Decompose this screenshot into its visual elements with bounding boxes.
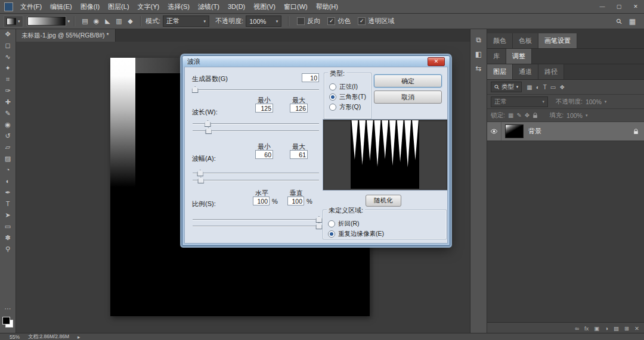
eraser-tool[interactable]: ▱ (0, 142, 16, 153)
color-swatches[interactable] (2, 317, 13, 327)
tab-adjustments[interactable]: 调整 (506, 49, 532, 64)
dock-panel-c-icon[interactable]: ⇆ (475, 64, 481, 73)
tab-paths[interactable]: 路径 (538, 64, 564, 79)
eyedropper-tool[interactable]: ✑ (0, 85, 16, 96)
lock-transparent-icon[interactable]: ▦ (508, 112, 513, 118)
menu-item-2[interactable]: 图像(I) (76, 0, 104, 13)
search-icon[interactable]: ⚲ (614, 16, 624, 26)
gradient-editor[interactable] (27, 17, 66, 26)
layer-filter-select[interactable]: ⚲ 类型 ▾ (491, 82, 522, 92)
filter-type-icon[interactable]: T (543, 84, 547, 91)
dialog-close-button[interactable]: ✕ (428, 57, 445, 66)
linear-gradient-icon[interactable]: ▤ (80, 17, 90, 25)
scale-horizontal-input[interactable] (253, 196, 270, 205)
blend-mode-select[interactable]: 正常 ▾ (163, 15, 209, 27)
checkbox-reverse[interactable]: 反向 (297, 17, 320, 26)
menu-item-9[interactable]: 窗口(W) (280, 0, 312, 13)
cancel-button[interactable]: 取消 (374, 91, 442, 104)
reflected-gradient-icon[interactable]: ▥ (114, 17, 124, 25)
diamond-gradient-icon[interactable]: ◆ (125, 17, 135, 25)
menu-item-1[interactable]: 编辑(E) (46, 0, 76, 13)
radial-gradient-icon[interactable]: ◉ (91, 17, 101, 25)
blur-tool[interactable]: ◔ (0, 164, 16, 176)
adjustment-layer-icon[interactable]: ◑ (605, 325, 608, 332)
menu-item-3[interactable]: 图层(L) (104, 0, 133, 13)
dialog-title-bar[interactable]: 波浪 ✕ (182, 56, 450, 67)
wavelength-max-slider[interactable] (193, 127, 319, 134)
wave-type-sine-radio[interactable] (329, 83, 336, 91)
undefined-area-wrap-around-radio[interactable] (328, 220, 335, 227)
close-button[interactable]: ✕ (627, 0, 644, 13)
lock-position-icon[interactable]: ✥ (525, 112, 530, 118)
menu-item-7[interactable]: 3D(D) (224, 0, 249, 13)
healing-brush-tool[interactable]: ✚ (0, 96, 16, 108)
wave-type-sine[interactable]: 正弦(I) (329, 83, 371, 91)
wave-type-square-radio[interactable] (329, 104, 336, 111)
checkbox-dither[interactable]: ✓仿色 (327, 17, 351, 26)
layer-effects-icon[interactable]: fx (584, 325, 589, 332)
tab-brush-settings[interactable]: 画笔设置 (538, 33, 577, 48)
fill-value[interactable]: 100% (566, 112, 583, 119)
menu-item-10[interactable]: 帮助(H) (312, 0, 342, 13)
lock-paint-icon[interactable]: ✎ (516, 112, 521, 118)
amplitude-max-input[interactable] (290, 150, 308, 159)
layer-visibility-toggle[interactable] (487, 122, 501, 141)
dodge-tool[interactable]: ◐ (0, 176, 16, 187)
filter-smart-icon[interactable]: ❖ (559, 84, 565, 91)
delete-layer-icon[interactable]: ✕ (634, 325, 639, 332)
amplitude-max-slider[interactable] (193, 177, 319, 183)
link-layers-icon[interactable]: ∞ (575, 325, 579, 332)
filter-shape-icon[interactable]: ▭ (550, 84, 556, 91)
scale-vertical-input[interactable] (287, 196, 304, 205)
dock-panel-a-icon[interactable]: ⧉ (476, 36, 481, 44)
menu-item-5[interactable]: 选择(S) (163, 0, 194, 13)
caret-down-icon[interactable]: ▾ (68, 19, 70, 24)
undefined-area-repeat-edge-pixels-radio[interactable] (328, 230, 335, 238)
tab-swatches[interactable]: 色板 (513, 33, 538, 48)
status-expand-icon[interactable]: ▸ (78, 334, 80, 340)
zoom-tool[interactable]: ⚲ (0, 244, 16, 255)
menu-item-4[interactable]: 文字(Y) (134, 0, 164, 13)
generators-input[interactable] (302, 73, 319, 82)
reverse-checkbox-box[interactable] (297, 17, 305, 25)
layer-opacity-value[interactable]: 100% (586, 98, 602, 105)
crop-tool[interactable]: ⌗ (0, 74, 16, 85)
layer-blend-mode-select[interactable]: 正常 ▾ (491, 96, 548, 107)
opacity-select[interactable]: 100% ▾ (246, 15, 281, 27)
magic-wand-tool[interactable]: ✦ (0, 63, 16, 74)
type-tool[interactable]: T (0, 198, 16, 210)
ok-button[interactable]: 确定 (374, 74, 442, 88)
move-tool[interactable]: ✥ (0, 29, 16, 40)
hand-tool[interactable]: ✽ (0, 232, 16, 244)
scale-vertical-slider[interactable] (193, 223, 320, 229)
dock-panel-b-icon[interactable]: ◧ (475, 50, 482, 58)
menu-item-0[interactable]: 文件(F) (16, 0, 46, 13)
wavelength-max-input[interactable] (290, 104, 308, 113)
history-brush-tool[interactable]: ↺ (0, 130, 16, 142)
scale-horizontal-slider[interactable] (193, 216, 320, 223)
pen-tool[interactable]: ✒ (0, 187, 16, 198)
shape-tool[interactable]: ▭ (0, 221, 16, 232)
layer-group-icon[interactable]: ▤ (614, 325, 619, 332)
wave-type-triangle-radio[interactable] (329, 93, 336, 101)
generators-slider[interactable] (193, 86, 319, 93)
maximize-button[interactable]: ▢ (611, 0, 627, 13)
layer-mask-icon[interactable]: ▣ (594, 325, 599, 332)
brush-tool[interactable]: ✎ (0, 108, 16, 119)
wavelength-min-input[interactable] (255, 104, 273, 113)
zoom-level[interactable]: 55% (10, 334, 20, 340)
tab-color[interactable]: 颜色 (487, 33, 513, 48)
undefined-area-repeat-edge-pixels[interactable]: 重复边缘像素(E) (328, 230, 446, 238)
wave-type-square[interactable]: 方形(Q) (329, 103, 371, 111)
layer-thumbnail[interactable] (505, 124, 524, 138)
transparency-checkbox-box[interactable]: ✓ (358, 17, 366, 25)
amplitude-min-input[interactable] (255, 150, 273, 159)
clone-stamp-tool[interactable]: ◉ (0, 119, 16, 130)
filter-pixel-icon[interactable]: ▦ (527, 84, 532, 91)
angle-gradient-icon[interactable]: ◣ (103, 17, 113, 25)
wavelength-min-slider[interactable] (193, 120, 319, 127)
workspace-switcher-icon[interactable]: ▦ (629, 17, 636, 26)
gradient-tool[interactable]: ▨ (0, 153, 16, 164)
layer-row-background[interactable]: 背景 (487, 122, 644, 141)
dither-checkbox-box[interactable]: ✓ (327, 17, 335, 25)
